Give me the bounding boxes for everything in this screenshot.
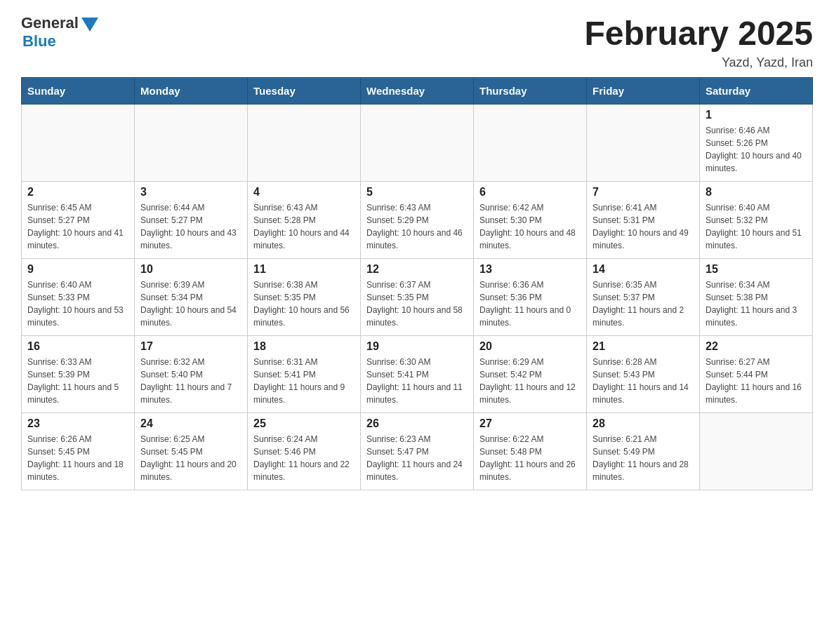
calendar-cell: 23Sunrise: 6:26 AMSunset: 5:45 PMDayligh… xyxy=(22,413,135,490)
day-info: Sunrise: 6:40 AMSunset: 5:32 PMDaylight:… xyxy=(706,201,807,252)
calendar-cell: 19Sunrise: 6:30 AMSunset: 5:41 PMDayligh… xyxy=(361,336,474,413)
logo-blue-text: Blue xyxy=(22,32,56,51)
calendar-cell: 18Sunrise: 6:31 AMSunset: 5:41 PMDayligh… xyxy=(248,336,361,413)
day-number: 2 xyxy=(27,186,128,199)
calendar-header-wednesday: Wednesday xyxy=(361,78,474,105)
day-number: 20 xyxy=(479,340,581,353)
day-number: 22 xyxy=(706,340,807,353)
calendar-cell xyxy=(248,105,361,182)
day-number: 14 xyxy=(593,263,694,276)
day-info: Sunrise: 6:25 AMSunset: 5:45 PMDaylight:… xyxy=(140,433,241,483)
day-number: 13 xyxy=(479,263,581,276)
day-number: 17 xyxy=(140,340,241,353)
calendar-cell: 22Sunrise: 6:27 AMSunset: 5:44 PMDayligh… xyxy=(700,336,813,413)
calendar-week-row-2: 2Sunrise: 6:45 AMSunset: 5:27 PMDaylight… xyxy=(22,182,813,259)
logo-general-text: General xyxy=(21,14,79,32)
day-info: Sunrise: 6:41 AMSunset: 5:31 PMDaylight:… xyxy=(593,201,694,252)
day-info: Sunrise: 6:34 AMSunset: 5:38 PMDaylight:… xyxy=(706,279,807,329)
day-number: 1 xyxy=(706,109,807,121)
day-info: Sunrise: 6:39 AMSunset: 5:34 PMDaylight:… xyxy=(140,279,241,329)
calendar-table: SundayMondayTuesdayWednesdayThursdayFrid… xyxy=(21,77,813,490)
day-info: Sunrise: 6:32 AMSunset: 5:40 PMDaylight:… xyxy=(140,356,241,406)
calendar-cell: 16Sunrise: 6:33 AMSunset: 5:39 PMDayligh… xyxy=(22,336,135,413)
day-info: Sunrise: 6:44 AMSunset: 5:27 PMDaylight:… xyxy=(140,201,241,252)
calendar-header-sunday: Sunday xyxy=(22,78,135,105)
calendar-cell xyxy=(135,105,248,182)
calendar-cell: 11Sunrise: 6:38 AMSunset: 5:35 PMDayligh… xyxy=(248,259,361,336)
calendar-cell: 27Sunrise: 6:22 AMSunset: 5:48 PMDayligh… xyxy=(474,413,587,490)
calendar-cell: 5Sunrise: 6:43 AMSunset: 5:29 PMDaylight… xyxy=(361,182,474,259)
calendar-week-row-4: 16Sunrise: 6:33 AMSunset: 5:39 PMDayligh… xyxy=(22,336,813,413)
calendar-cell: 10Sunrise: 6:39 AMSunset: 5:34 PMDayligh… xyxy=(135,259,248,336)
day-number: 19 xyxy=(366,340,468,353)
day-info: Sunrise: 6:43 AMSunset: 5:29 PMDaylight:… xyxy=(366,201,468,252)
day-number: 26 xyxy=(366,417,468,430)
calendar-cell: 4Sunrise: 6:43 AMSunset: 5:28 PMDaylight… xyxy=(248,182,361,259)
day-info: Sunrise: 6:46 AMSunset: 5:26 PMDaylight:… xyxy=(706,124,807,175)
day-number: 5 xyxy=(366,186,468,199)
calendar-cell: 9Sunrise: 6:40 AMSunset: 5:33 PMDaylight… xyxy=(22,259,135,336)
calendar-cell xyxy=(587,105,700,182)
day-info: Sunrise: 6:26 AMSunset: 5:45 PMDaylight:… xyxy=(27,433,128,483)
title-area: February 2025 Yazd, Yazd, Iran xyxy=(584,14,813,70)
day-info: Sunrise: 6:35 AMSunset: 5:37 PMDaylight:… xyxy=(593,279,694,329)
logo-triangle-icon xyxy=(81,18,98,32)
day-info: Sunrise: 6:45 AMSunset: 5:27 PMDaylight:… xyxy=(27,201,128,252)
calendar-cell: 1Sunrise: 6:46 AMSunset: 5:26 PMDaylight… xyxy=(700,105,813,182)
day-number: 7 xyxy=(593,186,694,199)
calendar-cell: 17Sunrise: 6:32 AMSunset: 5:40 PMDayligh… xyxy=(135,336,248,413)
calendar-week-row-1: 1Sunrise: 6:46 AMSunset: 5:26 PMDaylight… xyxy=(22,105,813,182)
calendar-header-friday: Friday xyxy=(587,78,700,105)
day-info: Sunrise: 6:36 AMSunset: 5:36 PMDaylight:… xyxy=(479,279,581,329)
calendar-cell: 7Sunrise: 6:41 AMSunset: 5:31 PMDaylight… xyxy=(587,182,700,259)
day-number: 11 xyxy=(253,263,355,276)
day-number: 4 xyxy=(253,186,355,199)
calendar-week-row-3: 9Sunrise: 6:40 AMSunset: 5:33 PMDaylight… xyxy=(22,259,813,336)
calendar-cell: 28Sunrise: 6:21 AMSunset: 5:49 PMDayligh… xyxy=(587,413,700,490)
calendar-cell: 14Sunrise: 6:35 AMSunset: 5:37 PMDayligh… xyxy=(587,259,700,336)
calendar-cell: 13Sunrise: 6:36 AMSunset: 5:36 PMDayligh… xyxy=(474,259,587,336)
day-number: 28 xyxy=(593,417,694,430)
day-info: Sunrise: 6:43 AMSunset: 5:28 PMDaylight:… xyxy=(253,201,355,252)
day-info: Sunrise: 6:27 AMSunset: 5:44 PMDaylight:… xyxy=(706,356,807,406)
day-info: Sunrise: 6:29 AMSunset: 5:42 PMDaylight:… xyxy=(479,356,581,406)
calendar-header-monday: Monday xyxy=(135,78,248,105)
day-info: Sunrise: 6:38 AMSunset: 5:35 PMDaylight:… xyxy=(253,279,355,329)
calendar-header-saturday: Saturday xyxy=(700,78,813,105)
day-info: Sunrise: 6:40 AMSunset: 5:33 PMDaylight:… xyxy=(27,279,128,329)
calendar-cell: 2Sunrise: 6:45 AMSunset: 5:27 PMDaylight… xyxy=(22,182,135,259)
day-number: 9 xyxy=(27,263,128,276)
day-number: 8 xyxy=(706,186,807,199)
day-info: Sunrise: 6:24 AMSunset: 5:46 PMDaylight:… xyxy=(253,433,355,483)
calendar-header-tuesday: Tuesday xyxy=(248,78,361,105)
day-number: 25 xyxy=(253,417,355,430)
day-number: 21 xyxy=(593,340,694,353)
calendar-cell: 3Sunrise: 6:44 AMSunset: 5:27 PMDaylight… xyxy=(135,182,248,259)
calendar-cell xyxy=(700,413,813,490)
calendar-cell: 26Sunrise: 6:23 AMSunset: 5:47 PMDayligh… xyxy=(361,413,474,490)
calendar-cell xyxy=(22,105,135,182)
calendar-week-row-5: 23Sunrise: 6:26 AMSunset: 5:45 PMDayligh… xyxy=(22,413,813,490)
calendar-header-thursday: Thursday xyxy=(474,78,587,105)
day-number: 27 xyxy=(479,417,581,430)
logo: General Blue xyxy=(21,14,98,51)
day-number: 12 xyxy=(366,263,468,276)
day-number: 6 xyxy=(479,186,581,199)
calendar-cell: 6Sunrise: 6:42 AMSunset: 5:30 PMDaylight… xyxy=(474,182,587,259)
location-text: Yazd, Yazd, Iran xyxy=(584,55,813,70)
day-info: Sunrise: 6:28 AMSunset: 5:43 PMDaylight:… xyxy=(593,356,694,406)
page-header: General Blue February 2025 Yazd, Yazd, I… xyxy=(21,14,813,70)
calendar-cell: 25Sunrise: 6:24 AMSunset: 5:46 PMDayligh… xyxy=(248,413,361,490)
month-title: February 2025 xyxy=(584,14,813,53)
day-number: 18 xyxy=(253,340,355,353)
day-info: Sunrise: 6:21 AMSunset: 5:49 PMDaylight:… xyxy=(593,433,694,483)
day-number: 10 xyxy=(140,263,241,276)
day-number: 3 xyxy=(140,186,241,199)
day-info: Sunrise: 6:30 AMSunset: 5:41 PMDaylight:… xyxy=(366,356,468,406)
calendar-cell xyxy=(474,105,587,182)
day-number: 24 xyxy=(140,417,241,430)
day-info: Sunrise: 6:22 AMSunset: 5:48 PMDaylight:… xyxy=(479,433,581,483)
calendar-cell xyxy=(361,105,474,182)
calendar-cell: 8Sunrise: 6:40 AMSunset: 5:32 PMDaylight… xyxy=(700,182,813,259)
day-number: 15 xyxy=(706,263,807,276)
